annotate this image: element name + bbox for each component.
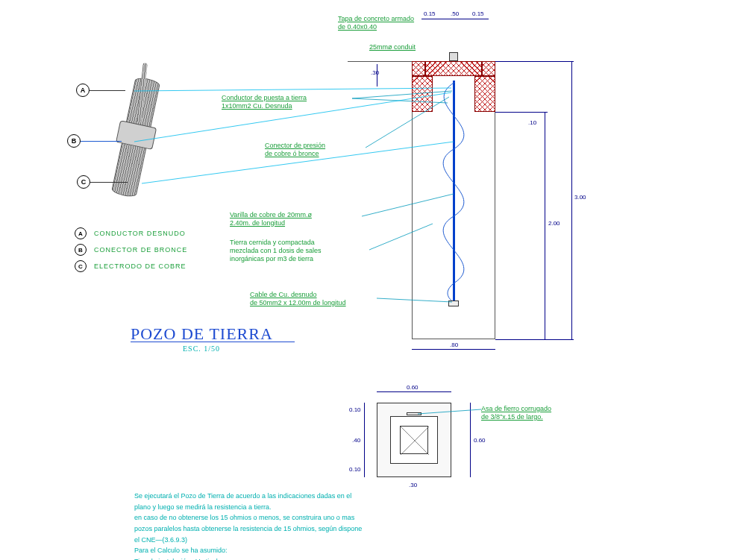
notes-block: Se ejecutará el Pozo de Tierra de acuerd… [134,492,701,560]
leader-b [81,141,122,142]
plan-dim-l1: 0.10 [349,406,361,413]
plan-dim-left [364,403,365,477]
dim-top-right: 0.15 [472,10,484,17]
rod-detail [111,76,161,198]
dim-right-seg1: .10 [528,119,536,126]
legend-label-c: ELECTRODO DE COBRE [94,262,186,270]
collar-left-top [412,61,425,76]
leader-c [90,182,128,183]
legend-row-b: B CONECTOR DE BRONCE [75,244,187,256]
marker-a: A [76,84,90,97]
plan-dim-right-val: 0.60 [474,437,486,444]
legend: A CONDUCTOR DESNUDO B CONECTOR DE BRONCE… [75,227,187,277]
annotation-cable-cu: Cable de Cu. desnudo de 50mm2 x 12.00m d… [250,291,392,307]
plan-dim-l3: 0.10 [349,466,361,473]
note-l6: Para el Calculo se ha asumido: [134,547,701,556]
plan-dim-l2: .40 [352,437,360,444]
plan-inner [400,426,428,454]
annotation-conector-presion: Conector de presión de cobre ó bronce [265,142,369,158]
bottom-clamp [448,301,459,306]
dimline-bottom [412,349,495,350]
legend-row-a: A CONDUCTOR DESNUDO [75,227,187,239]
dimline-left-step [377,64,377,86]
dimline-right-200 [545,112,545,339]
dimline-right-total [571,61,572,339]
drawing-scale: ESC. 1/50 [183,345,220,353]
annotation-conductor-puesta: Conductor de puesta a tierra 1x10mm2 Cu.… [222,94,352,110]
dimline-r1 [495,112,548,113]
note-l3: en caso de no obtenerse los 15 ohmios o … [134,514,701,523]
annotation-tierra-cernida: Tierra cernida y compactada mezclada con… [230,239,372,262]
marker-c: C [77,175,90,189]
legend-label-a: CONDUCTOR DESNUDO [94,230,186,237]
legend-marker-c: C [75,260,87,272]
note-l1: Se ejecutará el Pozo de Tierra de acuerd… [134,492,701,501]
legend-marker-a: A [75,227,87,239]
note-l4: pozos paralelos hasta obtenerse la resis… [134,525,701,534]
note-l2: plano y luego se medirá la resistencia a… [134,503,701,512]
note-l5: el CNE—(3.6.9.3) [134,536,701,545]
leader-a [90,90,125,91]
dim-right-total: 3.00 [574,194,586,201]
annotation-asa: Asa de fierro corrugado de 3/8"x.15 de l… [481,405,608,421]
dimline-bot-ext [495,339,574,340]
dim-top-mid: .50 [451,10,459,17]
collar-right-top [482,61,495,76]
plan-dim-top [377,391,451,392]
legend-marker-b: B [75,244,87,256]
annotation-varilla: Varilla de cobre de 20mm.ø 2.40m. de lon… [230,211,364,227]
legend-row-c: C ELECTRODO DE COBRE [75,260,187,272]
helical-cable [418,82,489,306]
dim-right-seg2: 2.00 [548,220,560,227]
annotation-tapa: Tapa de concreto armado de 0.40x0.40 [338,15,465,31]
dim-left-step: .30 [371,69,379,76]
tapa-concrete [425,61,482,76]
title-underline [131,342,295,342]
dimline-top [421,19,489,19]
dim-top-left: 0.15 [424,10,436,17]
svg-line-6 [134,88,451,91]
legend-label-b: CONECTOR DE BRONCE [94,246,187,254]
tapa-handle [449,52,458,61]
annotation-conduit: 25mmø conduit [369,43,416,51]
marker-b: B [67,134,81,148]
svg-line-11 [418,409,481,414]
plan-dim-top-val: 0.60 [407,384,419,391]
dimline-top-ext [495,61,574,62]
leader-asa [418,406,485,421]
dim-bottom: .80 [450,342,458,348]
plan-dim-b2: .30 [409,482,417,488]
